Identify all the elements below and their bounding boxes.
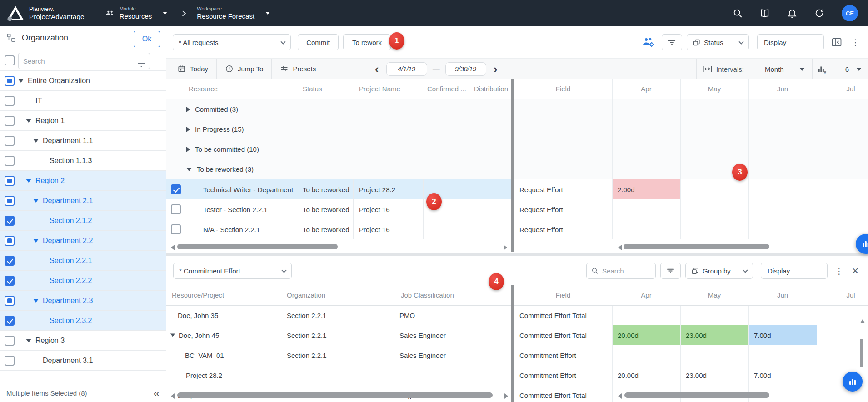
chevron-down-icon[interactable] xyxy=(799,68,805,71)
display-button[interactable]: Display xyxy=(757,34,824,50)
caret-down-icon[interactable] xyxy=(186,168,192,171)
scroll-left-arrow[interactable] xyxy=(171,245,175,250)
ok-button[interactable]: Ok xyxy=(134,31,160,47)
h-scrollbar-thumb[interactable] xyxy=(177,392,493,398)
column-header[interactable]: Distribution xyxy=(474,85,511,93)
column-header[interactable]: Status xyxy=(303,85,322,93)
row-checkbox-empty[interactable] xyxy=(171,224,181,234)
column-header[interactable]: Confirmed ... xyxy=(427,85,471,93)
month-cell-may[interactable] xyxy=(680,179,748,199)
month-cell-may[interactable] xyxy=(680,345,748,365)
user-avatar[interactable]: CE xyxy=(842,5,858,21)
column-header[interactable]: Job Classification xyxy=(401,291,454,299)
month-cell-apr[interactable] xyxy=(612,199,680,219)
chevron-down-icon[interactable] xyxy=(856,68,862,71)
column-header[interactable]: Organization xyxy=(287,291,325,299)
request-row-tester[interactable]: Tester - Section 2.2.1 To be reworked Pr… xyxy=(166,199,868,219)
column-header[interactable]: Field xyxy=(514,85,612,93)
commit-button[interactable]: Commit xyxy=(298,34,339,50)
month-cell-jun[interactable] xyxy=(748,179,817,199)
tree-item-section-2-2-2[interactable]: Section 2.2.2 xyxy=(0,271,166,291)
group-row-in-progress[interactable]: In Progress (15) xyxy=(166,119,868,139)
column-header[interactable]: Jul xyxy=(817,85,868,93)
resource-settings-icon[interactable] xyxy=(642,36,655,48)
search-icon[interactable] xyxy=(733,8,743,18)
close-panel-icon[interactable]: ✕ xyxy=(852,266,859,276)
tree-item-department-1-1[interactable]: Department 1.1 xyxy=(0,131,166,151)
month-cell-jun[interactable]: 7.00d xyxy=(748,325,817,345)
bottom-search-input[interactable] xyxy=(602,267,651,275)
scroll-right-arrow[interactable] xyxy=(504,245,507,250)
more-options-icon[interactable]: ⋮ xyxy=(851,38,860,47)
caret-down-icon[interactable] xyxy=(26,119,31,123)
tree-item-region-1[interactable]: Region 1 xyxy=(0,111,166,131)
select-all-checkbox[interactable] xyxy=(5,55,15,65)
next-period-button[interactable]: › xyxy=(492,60,499,78)
caret-right-icon[interactable] xyxy=(186,127,190,132)
grid-splitter[interactable] xyxy=(511,285,514,402)
commitment-view-select[interactable]: * Commitment Effort xyxy=(173,263,292,279)
caret-right-icon[interactable] xyxy=(186,147,190,152)
caret-down-icon[interactable] xyxy=(18,79,24,83)
month-cell-apr[interactable]: 2.00d xyxy=(612,179,680,199)
checkbox-partial[interactable] xyxy=(5,176,15,186)
scroll-left-arrow[interactable] xyxy=(618,393,622,399)
month-cell-apr[interactable] xyxy=(612,305,680,325)
module-switcher[interactable]: Module Resources xyxy=(105,6,168,20)
checkbox-checked[interactable] xyxy=(5,256,15,266)
chart-fab-button[interactable] xyxy=(843,372,863,392)
group-row-committed[interactable]: Committed (3) xyxy=(166,99,868,119)
commitment-row[interactable]: Doe, John 35 Section 2.2.1 PMO Committed… xyxy=(166,305,868,325)
more-options-icon[interactable]: ⋮ xyxy=(835,267,843,275)
column-header[interactable]: Field xyxy=(514,291,612,299)
tree-item-it[interactable]: IT xyxy=(0,91,166,111)
checkbox-empty[interactable] xyxy=(5,356,15,366)
month-cell-jun[interactable]: 7.00d xyxy=(748,365,817,385)
checkbox-empty[interactable] xyxy=(5,336,15,346)
month-cell-jul[interactable] xyxy=(817,179,868,199)
tree-item-department-2-3[interactable]: Department 2.3 xyxy=(0,291,166,311)
column-header[interactable]: Jul xyxy=(817,291,868,299)
filter-icon[interactable] xyxy=(137,60,146,69)
presets-button[interactable]: Presets xyxy=(272,59,324,79)
month-cell-may[interactable] xyxy=(680,199,748,219)
column-header[interactable]: Resource xyxy=(189,85,218,93)
column-header[interactable]: Apr xyxy=(612,291,680,299)
collapse-panel-icon[interactable]: « xyxy=(154,388,160,399)
row-checkbox-checked[interactable] xyxy=(171,184,181,194)
column-header[interactable]: May xyxy=(680,85,748,93)
caret-down-icon[interactable] xyxy=(33,199,39,203)
checkbox-empty[interactable] xyxy=(5,116,15,126)
caret-down-icon[interactable] xyxy=(26,179,31,183)
checkbox-empty[interactable] xyxy=(5,136,15,146)
group-row-to-be-committed[interactable]: To be committed (10) xyxy=(166,139,868,159)
caret-down-icon[interactable] xyxy=(33,139,39,143)
tree-item-department-3-1[interactable]: Department 3.1 xyxy=(0,351,166,371)
caret-down-icon[interactable] xyxy=(33,299,39,303)
month-cell-jun[interactable] xyxy=(748,305,817,325)
tree-item-department-2-2[interactable]: Department 2.2 xyxy=(0,231,166,251)
month-cell-may[interactable]: 23.00d xyxy=(680,325,748,345)
scroll-right-arrow[interactable] xyxy=(504,393,508,399)
row-checkbox-empty[interactable] xyxy=(171,204,181,214)
commitment-child-row[interactable]: Project 28.2 Commitment Effort 20.00d 23… xyxy=(166,365,868,385)
caret-right-icon[interactable] xyxy=(186,107,190,112)
tree-item-section-2-3-2[interactable]: Section 2.3.2 xyxy=(0,311,166,331)
commitment-child-row[interactable]: BC_VAM_01 Section 2.2.1 Sales Engineer C… xyxy=(166,345,868,365)
month-cell-may[interactable] xyxy=(680,305,748,325)
column-header[interactable]: Jun xyxy=(748,291,817,299)
checkbox-partial[interactable] xyxy=(5,76,15,86)
tree-item-section-1-1-3[interactable]: Section 1.1.3 xyxy=(0,151,166,171)
caret-down-icon[interactable] xyxy=(26,339,31,342)
column-header[interactable]: May xyxy=(680,291,748,299)
caret-down-icon[interactable] xyxy=(33,239,39,243)
tree-item-entire-organization[interactable]: Entire Organization xyxy=(0,71,166,91)
notifications-bell-icon[interactable] xyxy=(787,8,797,18)
checkbox-partial[interactable] xyxy=(5,296,15,306)
tree-item-region-2[interactable]: Region 2 xyxy=(0,171,166,191)
checkbox-checked[interactable] xyxy=(5,316,15,326)
request-row-na[interactable]: N/A - Section 2.2.1 To be reworked Proje… xyxy=(166,219,868,239)
tree-item-section-2-1-2[interactable]: Section 2.1.2 xyxy=(0,211,166,231)
h-scrollbar-thumb[interactable] xyxy=(624,244,769,249)
column-header[interactable]: Resource/Project xyxy=(172,291,224,299)
